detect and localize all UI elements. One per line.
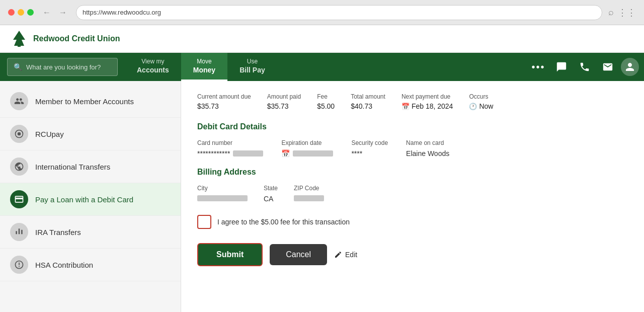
nav-view-accounts[interactable]: View my Accounts xyxy=(125,53,181,81)
close-button[interactable] xyxy=(8,9,15,16)
nav-bill-pay-top: Use xyxy=(247,58,258,66)
forward-button[interactable]: → xyxy=(56,6,70,20)
zip-value xyxy=(294,195,324,203)
main-content: Member to Member Accounts RCUpay In xyxy=(0,81,644,312)
search-box[interactable]: 🔍 xyxy=(7,58,118,76)
security-value: **** xyxy=(351,149,388,158)
nav-move-money-bottom: Money xyxy=(193,65,215,74)
content-area: Current amount due $35.73 Amount paid $3… xyxy=(181,81,644,312)
name-on-card-value: Elaine Woods xyxy=(406,149,449,158)
cancel-button[interactable]: Cancel xyxy=(270,244,327,265)
security-label: Security code xyxy=(351,139,388,146)
address-input[interactable] xyxy=(83,9,596,16)
email-icon xyxy=(602,61,613,72)
sidebar-item-international[interactable]: International Transfers xyxy=(0,150,181,183)
traffic-lights xyxy=(8,9,34,16)
sidebar-item-rcupay[interactable]: RCUpay xyxy=(0,118,181,150)
expiration-masked xyxy=(293,150,333,157)
next-payment-value: 📅 Feb 18, 2024 xyxy=(401,102,453,110)
address-bar[interactable] xyxy=(76,5,602,20)
logo-bar: Redwood Credit Union xyxy=(0,25,644,53)
email-button[interactable] xyxy=(598,57,618,77)
nav-bar: 🔍 View my Accounts Move Money Use Bill P… xyxy=(0,53,644,81)
search-icon: 🔍 xyxy=(14,63,22,71)
nav-move-money[interactable]: Move Money xyxy=(181,53,227,81)
edit-button[interactable]: Edit xyxy=(334,251,357,259)
browser-menu-icon[interactable]: ⋮⋮ xyxy=(618,7,636,18)
agreement-checkbox[interactable] xyxy=(197,215,211,229)
city-masked xyxy=(197,195,248,201)
nav-buttons: ← → xyxy=(40,6,70,20)
submit-button[interactable]: Submit xyxy=(197,243,263,266)
international-icon xyxy=(10,158,28,176)
card-details-title: Debit Card Details xyxy=(197,122,628,131)
total-amount-value: $40.73 xyxy=(351,102,385,110)
sidebar-label-international: International Transfers xyxy=(35,163,110,171)
total-amount-label: Total amount xyxy=(351,93,385,100)
chat-icon xyxy=(556,61,567,72)
amount-paid-label: Amount paid xyxy=(267,93,301,100)
expiration-value: 📅 xyxy=(281,149,333,158)
action-buttons: Submit Cancel Edit xyxy=(197,243,628,266)
payment-info-grid: Current amount due $35.73 Amount paid $3… xyxy=(197,93,628,110)
nav-bill-pay[interactable]: Use Bill Pay xyxy=(227,53,277,81)
occurs-value: 🕐 Now xyxy=(469,102,493,110)
city-label: City xyxy=(197,185,248,192)
nav-bill-pay-bottom: Bill Pay xyxy=(239,65,265,74)
rcupay-icon xyxy=(10,125,28,143)
nav-move-money-top: Move xyxy=(197,58,211,66)
nav-view-accounts-top: View my xyxy=(141,58,164,66)
more-options-button[interactable]: ••• xyxy=(528,57,548,77)
sidebar-item-hsa[interactable]: HSA Contribution xyxy=(0,249,181,281)
nav-actions: ••• xyxy=(528,53,644,81)
browser-chrome: ← → ⌕ ⋮⋮ xyxy=(0,0,644,25)
agreement-area: I agree to the $5.00 fee for this transa… xyxy=(197,215,628,229)
app-container: Redwood Credit Union 🔍 View my Accounts … xyxy=(0,25,644,312)
total-amount: Total amount $40.73 xyxy=(351,93,385,110)
amount-paid: Amount paid $35.73 xyxy=(267,93,301,110)
next-payment: Next payment due 📅 Feb 18, 2024 xyxy=(401,93,453,110)
card-details-grid: Card number ************ Expiration date… xyxy=(197,139,628,158)
user-icon xyxy=(625,62,635,72)
search-container: 🔍 xyxy=(0,53,125,81)
nav-links: View my Accounts Move Money Use Bill Pay xyxy=(125,53,277,81)
next-payment-label: Next payment due xyxy=(401,93,453,100)
pencil-icon xyxy=(334,251,342,259)
maximize-button[interactable] xyxy=(27,9,34,16)
clock-icon: 🕐 xyxy=(469,103,477,110)
back-button[interactable]: ← xyxy=(40,6,54,20)
current-amount-due-label: Current amount due xyxy=(197,93,251,100)
svg-marker-0 xyxy=(13,31,25,46)
amount-paid-value: $35.73 xyxy=(267,102,301,110)
current-amount-due: Current amount due $35.73 xyxy=(197,93,251,110)
phone-button[interactable] xyxy=(575,57,595,77)
ira-icon xyxy=(10,223,28,241)
minimize-button[interactable] xyxy=(18,9,24,16)
phone-icon xyxy=(579,61,590,72)
sidebar-label-rcupay: RCUpay xyxy=(35,130,64,138)
occurs: Occurs 🕐 Now xyxy=(469,93,493,110)
sidebar-item-pay-loan[interactable]: Pay a Loan with a Debit Card xyxy=(0,183,181,216)
sidebar-item-ira[interactable]: IRA Transfers xyxy=(0,216,181,249)
browser-search-icon[interactable]: ⌕ xyxy=(608,7,614,18)
user-menu-button[interactable] xyxy=(621,58,639,76)
expiration-field: Expiration date 📅 xyxy=(281,139,333,158)
card-number-value: ************ xyxy=(197,149,263,158)
city-field: City xyxy=(197,185,248,203)
city-value xyxy=(197,195,248,203)
card-number-field: Card number ************ xyxy=(197,139,263,158)
billing-grid: City State CA ZIP Code xyxy=(197,185,628,203)
chat-button[interactable] xyxy=(551,57,572,77)
fee: Fee $5.00 xyxy=(317,93,335,110)
sidebar: Member to Member Accounts RCUpay In xyxy=(0,81,181,312)
card-number-label: Card number xyxy=(197,139,263,146)
sidebar-item-member-to-member[interactable]: Member to Member Accounts xyxy=(0,85,181,118)
name-on-card-field: Name on card Elaine Woods xyxy=(406,139,449,158)
hsa-icon xyxy=(10,256,28,274)
state-value: CA xyxy=(264,195,278,203)
sidebar-label-hsa: HSA Contribution xyxy=(35,261,93,269)
calendar-icon: 📅 xyxy=(401,103,410,110)
agreement-label: I agree to the $5.00 fee for this transa… xyxy=(217,218,350,226)
search-input[interactable] xyxy=(26,63,111,71)
zip-label: ZIP Code xyxy=(294,185,324,192)
